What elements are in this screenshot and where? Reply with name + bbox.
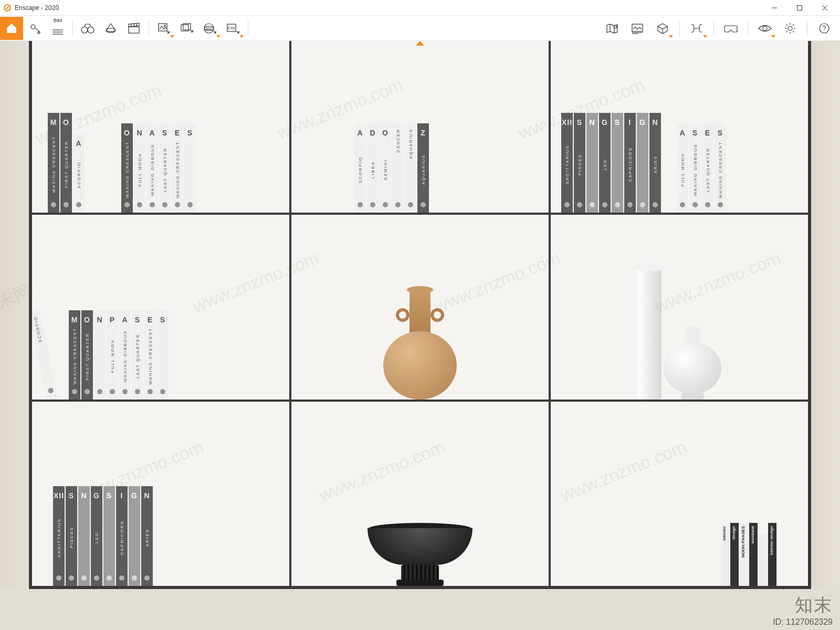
book-spine: MOON PHASES <box>740 523 747 561</box>
title-bar: Enscape - 2020 <box>0 0 840 16</box>
export-exe-button[interactable]: EXE <box>222 17 245 40</box>
manage-views-button[interactable] <box>626 17 649 40</box>
shelf-cell: ASCORPIO DLIBRA OGEMINI CANCER AQUARIUS … <box>290 41 550 214</box>
separator <box>807 20 807 36</box>
export-360-button[interactable]: 360° <box>198 17 222 40</box>
svg-point-11 <box>88 27 94 33</box>
book-cap: O <box>124 129 130 137</box>
toolbar-left: BIM 360° EXE <box>0 16 251 40</box>
book-cap: D <box>370 129 375 137</box>
book-group: ASCORPIO DLIBRA OGEMINI CANCER AQUARIUS … <box>354 123 429 213</box>
book-cap: I <box>121 491 123 500</box>
separator <box>679 20 680 36</box>
vr-button[interactable] <box>719 17 742 40</box>
chevron-down-icon <box>216 35 220 38</box>
shelf-cell: MWAXING CRESCENT OFIRST QUARTER ASCORPIO… <box>31 41 290 214</box>
expand-caret-icon[interactable] <box>416 41 424 46</box>
svg-point-12 <box>106 28 116 33</box>
book-group: SCORPIO MWAXING CRESCENT OFIRST QUARTER … <box>47 310 169 400</box>
compare-button[interactable] <box>685 17 708 40</box>
book-cap: XII <box>54 491 64 500</box>
viewport[interactable]: MWAXING CRESCENT OFIRST QUARTER ASCORPIO… <box>0 41 840 630</box>
cube-button[interactable] <box>651 17 674 40</box>
book-spine: AQUARIUS <box>408 129 413 159</box>
book-cap: A <box>357 129 363 137</box>
settings-button[interactable] <box>779 17 802 40</box>
book-cap: N <box>97 316 102 324</box>
book-cap: N <box>136 129 142 137</box>
view-cone-button[interactable] <box>99 17 122 40</box>
shelf-cell: SCORPIO MWAXING CRESCENT OFIRST QUARTER … <box>31 214 290 400</box>
book-cap: S <box>187 129 193 137</box>
pin-button[interactable] <box>23 17 46 40</box>
svg-point-10 <box>81 27 88 33</box>
book-cap: S <box>615 118 620 127</box>
svg-rect-24 <box>632 24 643 32</box>
shelf-cell: Interior design MOON PHASES montana Inte… <box>550 401 809 587</box>
chevron-down-icon <box>703 35 707 38</box>
close-button[interactable] <box>813 0 837 16</box>
app-icon <box>3 4 12 12</box>
book-cap: S <box>718 129 723 137</box>
book-spine: ARIES <box>653 155 658 173</box>
book-spine: CAPRICORN <box>628 147 633 182</box>
minimize-button[interactable] <box>762 0 786 16</box>
book-spine: SCORPIO <box>77 162 81 188</box>
svg-text:?: ? <box>823 25 826 32</box>
book-spine: WANING CRESCENT <box>175 141 180 198</box>
book-spine: CAPRICORN <box>120 520 124 555</box>
book-cap: E <box>148 316 153 324</box>
map-button[interactable] <box>601 17 624 40</box>
book-spine: LAST QUARTER <box>135 334 140 379</box>
book-cap: G <box>639 118 646 127</box>
toolbar: BIM 360° EXE ? <box>0 16 840 41</box>
svg-text:EXE: EXE <box>228 26 235 30</box>
home-button[interactable] <box>0 17 23 40</box>
book-cap: G <box>93 491 100 500</box>
window-title: Enscape - 2020 <box>15 4 762 12</box>
visual-style-button[interactable] <box>753 17 776 40</box>
book-spine: PISCES <box>69 527 74 548</box>
book-group: MWAXING CRESCENT OFIRST QUARTER ASCORPIO <box>48 113 85 213</box>
book-cap: N <box>81 491 87 500</box>
svg-point-5 <box>31 25 35 29</box>
book-spine: SCORPIO <box>33 316 43 343</box>
svg-point-26 <box>788 26 792 30</box>
book-cap: M <box>71 316 78 324</box>
shelf-cell: XIISAGITTARIUS SPISCES N GLEO S ICAPRICO… <box>31 401 290 587</box>
book-spine: WAXING CRESCENT <box>51 136 56 193</box>
svg-text:360°: 360° <box>205 27 213 30</box>
book-spine: montana <box>749 523 756 547</box>
maximize-button[interactable] <box>788 0 812 16</box>
shelf-cell <box>290 401 550 587</box>
bim-label: BIM <box>54 18 62 23</box>
book-cap: A <box>679 129 685 137</box>
export-image-button[interactable] <box>152 17 175 40</box>
separator <box>248 20 248 36</box>
book-cap: N <box>652 118 658 127</box>
book-spine: SAGITTARIUS <box>565 145 570 184</box>
bim-menu-button[interactable]: BIM <box>46 17 69 40</box>
shelf-cell: XIISAGITTARIUS SPISCES N GLEO S ICAPRICO… <box>550 41 809 214</box>
separator <box>72 20 73 36</box>
binoculars-button[interactable] <box>76 17 99 40</box>
round-vase <box>664 326 721 400</box>
book-cap: O <box>382 129 388 137</box>
clapper-button[interactable] <box>122 17 145 40</box>
shelf-cell <box>550 214 809 400</box>
book-spine: FIRST QUARTER <box>64 141 69 188</box>
book-spine: FIRST QUARTER <box>85 333 90 380</box>
help-button[interactable]: ? <box>813 17 836 40</box>
book-spine: WANING GIBBOUS <box>123 330 128 382</box>
black-bowl <box>368 523 472 586</box>
separator <box>748 20 748 36</box>
book-spine: WANING CRESCENT <box>718 141 723 198</box>
book-cap: O <box>84 316 90 324</box>
credit-id: ID: 1127062329 <box>773 617 833 627</box>
book-spine: ARIES <box>145 529 150 547</box>
book-cap: S <box>69 491 74 500</box>
export-batch-button[interactable] <box>175 17 198 40</box>
book-cap: G <box>131 491 138 500</box>
window-controls <box>762 0 837 16</box>
wooden-vase <box>378 284 462 400</box>
